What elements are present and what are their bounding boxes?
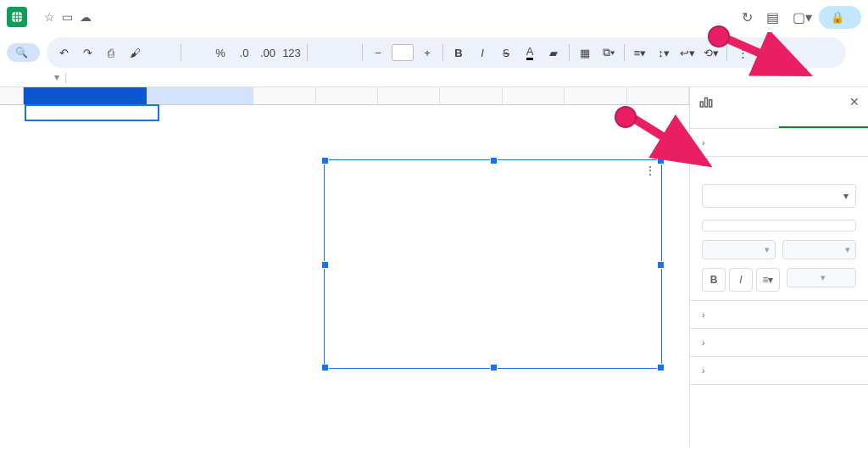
align-button[interactable]: ≡▾ — [756, 268, 780, 292]
resize-handle[interactable] — [490, 364, 498, 371]
svg-rect-3 — [705, 98, 708, 108]
col-header-f[interactable] — [440, 87, 502, 104]
col-header-h[interactable] — [565, 87, 626, 104]
increase-decimal-button[interactable]: .00 — [258, 42, 278, 63]
bold-button[interactable]: B — [702, 268, 726, 292]
resize-handle[interactable] — [321, 261, 329, 269]
italic-button[interactable]: I — [472, 42, 492, 63]
halign-button[interactable]: ≡▾ — [630, 42, 650, 63]
section-horizontal-axis[interactable]: › — [690, 357, 868, 385]
chevron-right-icon: › — [702, 309, 715, 320]
panel-header: ✕ — [690, 87, 868, 113]
embedded-chart[interactable]: ⋮ — [324, 159, 662, 369]
borders-button[interactable]: ▦ — [575, 42, 595, 63]
chart-editor-icon — [698, 94, 714, 109]
annotation-badge-1 — [708, 25, 730, 47]
resize-handle[interactable] — [657, 364, 665, 371]
star-icon[interactable]: ☆ — [44, 10, 55, 24]
col-header-a[interactable] — [24, 87, 147, 104]
search-icon: 🔍 — [15, 47, 28, 59]
valign-button[interactable]: ↕▾ — [654, 42, 674, 63]
resize-handle[interactable] — [321, 364, 329, 371]
section-header[interactable]: › — [702, 165, 856, 176]
move-icon[interactable]: ▭ — [62, 10, 73, 24]
decrease-font-button[interactable]: − — [368, 42, 388, 63]
chevron-right-icon: › — [702, 137, 715, 148]
title-type-dropdown[interactable]: ▾ — [702, 184, 856, 208]
meet-icon[interactable]: ▢▾ — [793, 9, 812, 25]
annotation-badge-2 — [615, 106, 637, 128]
svg-rect-0 — [13, 13, 22, 22]
panel-tabs — [690, 113, 868, 129]
print-button[interactable]: ⎙ — [101, 42, 121, 63]
currency-button[interactable] — [186, 42, 207, 63]
formula-bar-row: ▾ | — [0, 68, 868, 87]
more-formats-button[interactable]: 123 — [281, 42, 302, 63]
chevron-down-icon: ▾ — [843, 190, 849, 202]
lock-icon: 🔒 — [831, 11, 844, 24]
wrap-button[interactable]: ↩▾ — [677, 42, 698, 63]
resize-handle[interactable] — [657, 157, 665, 164]
name-box-dropdown-icon[interactable]: ▾ — [54, 71, 59, 83]
resize-handle[interactable] — [657, 261, 665, 269]
menu-bar — [0, 31, 868, 37]
chevron-right-icon: › — [702, 365, 715, 376]
toolbar-overflow-button[interactable]: ⋮ — [732, 42, 753, 63]
chart-editor-panel: ✕ › › ▾ — [689, 87, 868, 446]
cloud-icon[interactable]: ☁ — [80, 10, 92, 24]
title-text-input[interactable] — [702, 220, 856, 231]
font-size-input[interactable] — [392, 44, 414, 61]
col-header-d[interactable] — [316, 87, 378, 104]
tab-customise[interactable] — [779, 113, 868, 128]
svg-rect-2 — [700, 102, 703, 107]
toolbar-row: 🔍 ↶ ↷ ⎙ 🖌 % .0 .00 123 − + B I S̶ A ▰ ▦ … — [0, 37, 868, 68]
paint-format-button[interactable]: 🖌 — [125, 42, 145, 63]
close-icon[interactable]: ✕ — [849, 95, 860, 109]
title-bar: ☆ ▭ ☁ ↻ ▤ ▢▾ 🔒 — [0, 0, 868, 31]
merge-button[interactable]: ⧉▾ — [598, 42, 619, 63]
fill-color-button[interactable]: ▰ — [543, 42, 564, 63]
decrease-decimal-button[interactable]: .0 — [234, 42, 254, 63]
bold-button[interactable]: B — [448, 42, 469, 63]
text-color-button[interactable]: A — [520, 42, 540, 63]
italic-button[interactable]: I — [729, 268, 753, 292]
undo-button[interactable]: ↶ — [53, 42, 74, 63]
section-chart-style[interactable]: › — [690, 129, 868, 157]
resize-handle[interactable] — [321, 157, 329, 164]
svg-rect-4 — [709, 100, 712, 107]
share-button[interactable]: 🔒 — [819, 6, 861, 29]
chevron-down-icon: › — [704, 164, 714, 177]
font-family-dropdown[interactable] — [313, 42, 357, 63]
title-font-dropdown[interactable]: ▾ — [702, 240, 776, 259]
chevron-right-icon: › — [702, 337, 715, 348]
title-font-size-dropdown[interactable]: ▾ — [782, 240, 856, 259]
col-header-c[interactable] — [253, 87, 315, 104]
sheets-logo[interactable] — [7, 7, 27, 27]
select-all-corner[interactable] — [0, 87, 24, 104]
section-series[interactable]: › — [690, 301, 868, 329]
col-header-e[interactable] — [378, 87, 440, 104]
history-icon[interactable]: ↻ — [742, 9, 753, 25]
comments-icon[interactable]: ▤ — [766, 9, 779, 25]
menus-search-chip[interactable]: 🔍 — [7, 43, 40, 62]
strikethrough-button[interactable]: S̶ — [496, 42, 516, 63]
section-legend[interactable]: › — [690, 329, 868, 357]
col-header-i[interactable] — [627, 87, 689, 104]
section-chart-axis-titles: › ▾ ▾ ▾ — [690, 157, 868, 301]
spreadsheet-grid[interactable]: ⋮ — [0, 87, 689, 446]
column-headers — [0, 87, 689, 105]
increase-font-button[interactable]: + — [417, 42, 437, 63]
col-header-g[interactable] — [503, 87, 565, 104]
tab-setup[interactable] — [690, 113, 779, 128]
col-header-b[interactable] — [147, 87, 253, 104]
chart-plot-area — [333, 172, 653, 359]
resize-handle[interactable] — [490, 157, 498, 164]
redo-button[interactable]: ↷ — [77, 42, 97, 63]
panel-sections: › › ▾ ▾ — [690, 129, 868, 446]
title-colour-dropdown[interactable]: ▾ — [787, 268, 856, 287]
zoom-dropdown[interactable] — [148, 42, 175, 63]
percent-button[interactable]: % — [210, 42, 231, 63]
